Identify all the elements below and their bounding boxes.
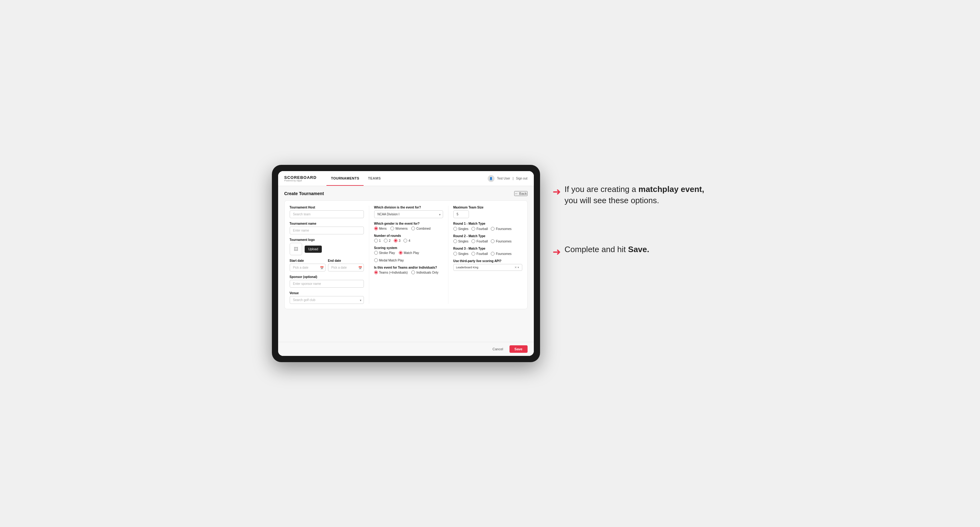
rounds-1-radio[interactable] <box>374 239 378 243</box>
rounds-3-option[interactable]: 3 <box>394 239 401 243</box>
division-select[interactable]: NCAA Division I NCAA Division II NCAA Di… <box>374 210 443 218</box>
rounds-2-option[interactable]: 2 <box>384 239 391 243</box>
tournament-name-input[interactable] <box>290 227 364 234</box>
round2-options: Singles Fourball Foursomes <box>453 239 522 243</box>
round1-singles-option[interactable]: Singles <box>453 227 469 231</box>
round3-singles-option[interactable]: Singles <box>453 252 469 256</box>
api-group: Use third-party live scoring API? Leader… <box>453 259 522 271</box>
create-tournament-form: Tournament Host Tournament name Tourname… <box>284 200 528 309</box>
form-footer: Cancel Save <box>278 342 534 356</box>
gender-womens-radio[interactable] <box>390 227 394 230</box>
tablet-frame: SCOREBOARD Powered by clippit TOURNAMENT… <box>272 165 540 362</box>
cancel-button[interactable]: Cancel <box>489 345 507 353</box>
round1-fourball-radio[interactable] <box>471 227 475 231</box>
individuals-only-label: Individuals Only <box>416 271 438 274</box>
gender-mens-radio[interactable] <box>374 227 378 230</box>
round3-foursomes-radio[interactable] <box>491 252 495 256</box>
teams-plus-ind-radio[interactable] <box>374 270 378 274</box>
scoring-stroke-label: Stroke Play <box>379 251 395 255</box>
round1-foursomes-option[interactable]: Foursomes <box>491 227 511 231</box>
round3-singles-radio[interactable] <box>453 252 457 256</box>
gender-mens-option[interactable]: Mens <box>374 227 387 230</box>
round1-singles-radio[interactable] <box>453 227 457 231</box>
top-annotation: ➜ If you are creating a matchplay event,… <box>552 184 708 206</box>
rounds-label: Number of rounds <box>374 234 443 238</box>
rounds-group: Number of rounds 1 2 <box>374 234 443 243</box>
scoring-medal-option[interactable]: Medal Match Play <box>374 258 404 262</box>
round2-match-type: Round 2 - Match Type Singles Fourball <box>453 234 522 243</box>
tablet-screen: SCOREBOARD Powered by clippit TOURNAMENT… <box>278 171 534 356</box>
round3-foursomes-option[interactable]: Foursomes <box>491 252 511 256</box>
right-column: Maximum Team Size Round 1 - Match Type S… <box>448 206 522 304</box>
teams-plus-ind-option[interactable]: Teams (+Individuals) <box>374 270 408 274</box>
tournament-host-input[interactable] <box>290 210 364 218</box>
round3-fourball-option[interactable]: Fourball <box>471 252 488 256</box>
round1-fourball-option[interactable]: Fourball <box>471 227 488 231</box>
scoring-match-option[interactable]: Match Play <box>399 251 419 255</box>
individuals-only-radio[interactable] <box>411 270 415 274</box>
round2-foursomes-option[interactable]: Foursomes <box>491 239 511 243</box>
page-title: Create Tournament <box>284 191 324 196</box>
gender-womens-option[interactable]: Womens <box>390 227 407 230</box>
round2-foursomes-radio[interactable] <box>491 239 495 243</box>
rounds-3-label: 3 <box>399 239 401 243</box>
middle-column: Which division is the event for? NCAA Di… <box>369 206 443 304</box>
tab-teams[interactable]: TEAMS <box>364 171 385 186</box>
rounds-1-option[interactable]: 1 <box>374 239 381 243</box>
division-select-wrapper: NCAA Division I NCAA Division II NCAA Di… <box>374 210 443 218</box>
api-close-button[interactable]: ✕ ▾ <box>514 266 519 269</box>
rounds-radio-group: 1 2 3 <box>374 239 443 243</box>
round1-foursomes-radio[interactable] <box>491 227 495 231</box>
back-button[interactable]: ← Back <box>514 191 528 196</box>
logo-title: SCOREBOARD <box>284 175 317 179</box>
rounds-4-radio[interactable] <box>404 239 407 243</box>
venue-input[interactable] <box>290 296 364 304</box>
division-label: Which division is the event for? <box>374 206 443 209</box>
tournament-name-label: Tournament name <box>290 222 364 225</box>
gender-radio-group: Mens Womens Combined <box>374 227 443 230</box>
scoring-stroke-radio[interactable] <box>374 251 378 255</box>
gender-label: Which gender is the event for? <box>374 222 443 225</box>
gender-combined-option[interactable]: Combined <box>411 227 431 230</box>
gender-combined-radio[interactable] <box>411 227 415 230</box>
bottom-arrow-icon: ➜ <box>552 245 561 259</box>
scoring-medal-label: Medal Match Play <box>379 259 404 262</box>
start-date-group: Start date 📅 <box>290 259 326 271</box>
top-text-2: you will see these options. <box>565 196 659 205</box>
save-button[interactable]: Save <box>509 345 528 353</box>
tournament-name-group: Tournament name <box>290 222 364 234</box>
top-text-bold: matchplay event, <box>639 184 704 194</box>
sponsor-label: Sponsor (optional) <box>290 275 364 279</box>
scoring-match-radio[interactable] <box>399 251 402 255</box>
round3-match-type: Round 3 - Match Type Singles Fourball <box>453 247 522 256</box>
round1-singles-label: Singles <box>458 227 469 231</box>
rounds-3-radio[interactable] <box>394 239 398 243</box>
tab-tournaments[interactable]: TOURNAMENTS <box>326 171 364 186</box>
round3-fourball-radio[interactable] <box>471 252 475 256</box>
tournament-host-label: Tournament Host <box>290 206 364 209</box>
venue-label: Venue <box>290 291 364 295</box>
tournament-logo-group: Tournament logo 🖼 Upload <box>290 238 364 255</box>
sign-out-link[interactable]: Sign out <box>516 177 528 180</box>
scoring-stroke-option[interactable]: Stroke Play <box>374 251 395 255</box>
upload-button[interactable]: Upload <box>305 246 322 253</box>
round2-label: Round 2 - Match Type <box>453 234 522 238</box>
round3-options: Singles Fourball Foursomes <box>453 252 522 256</box>
round2-singles-option[interactable]: Singles <box>453 239 469 243</box>
division-group: Which division is the event for? NCAA Di… <box>374 206 443 218</box>
round2-fourball-option[interactable]: Fourball <box>471 239 488 243</box>
scoring-medal-radio[interactable] <box>374 258 378 262</box>
calendar-icon: 📅 <box>320 266 324 269</box>
individuals-only-option[interactable]: Individuals Only <box>411 270 438 274</box>
round2-singles-radio[interactable] <box>453 239 457 243</box>
rounds-4-option[interactable]: 4 <box>404 239 410 243</box>
scoring-group: Scoring system Stroke Play Match Play <box>374 246 443 262</box>
top-annotation-text: If you are creating a matchplay event, y… <box>565 184 708 206</box>
round2-foursomes-label: Foursomes <box>496 240 511 243</box>
max-team-size-input[interactable] <box>453 210 469 218</box>
rounds-2-radio[interactable] <box>384 239 388 243</box>
sponsor-input[interactable] <box>290 280 364 288</box>
venue-group: Venue <box>290 291 364 304</box>
round2-fourball-radio[interactable] <box>471 239 475 243</box>
api-select-wrapper[interactable]: Leaderboard King ✕ ▾ <box>453 264 522 271</box>
